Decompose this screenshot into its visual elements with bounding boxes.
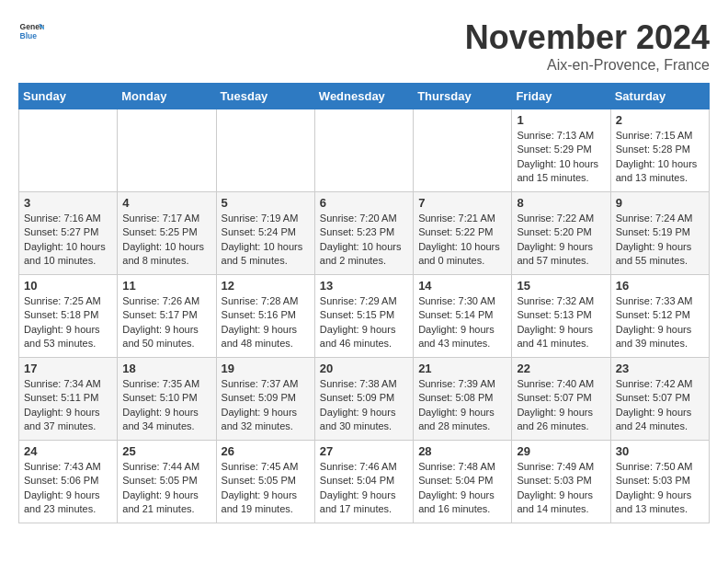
day-number: 7 (418, 196, 506, 210)
day-number: 8 (517, 196, 605, 210)
day-info: Sunrise: 7:26 AM Sunset: 5:17 PM Dayligh… (122, 294, 210, 351)
day-info: Sunrise: 7:43 AM Sunset: 5:06 PM Dayligh… (24, 460, 112, 517)
header-day-monday: Monday (118, 84, 216, 109)
day-cell (118, 109, 216, 192)
day-cell: 26Sunrise: 7:45 AM Sunset: 5:05 PM Dayli… (216, 441, 314, 523)
page-header: General Blue November 2024 Aix-en-Proven… (18, 18, 710, 74)
location-subtitle: Aix-en-Provence, France (465, 57, 710, 74)
logo-icon: General Blue (18, 18, 44, 44)
day-cell: 20Sunrise: 7:38 AM Sunset: 5:09 PM Dayli… (314, 358, 413, 441)
day-info: Sunrise: 7:45 AM Sunset: 5:05 PM Dayligh… (222, 460, 310, 517)
day-number: 22 (517, 362, 605, 375)
day-info: Sunrise: 7:34 AM Sunset: 5:11 PM Dayligh… (24, 377, 112, 434)
day-info: Sunrise: 7:25 AM Sunset: 5:18 PM Dayligh… (24, 294, 112, 351)
day-info: Sunrise: 7:15 AM Sunset: 5:28 PM Dayligh… (616, 129, 704, 186)
day-cell: 10Sunrise: 7:25 AM Sunset: 5:18 PM Dayli… (19, 275, 118, 358)
header-day-friday: Friday (512, 84, 610, 109)
day-info: Sunrise: 7:35 AM Sunset: 5:10 PM Dayligh… (122, 377, 210, 434)
day-info: Sunrise: 7:17 AM Sunset: 5:25 PM Dayligh… (122, 212, 210, 269)
day-cell: 24Sunrise: 7:43 AM Sunset: 5:06 PM Dayli… (19, 441, 118, 523)
day-cell: 4Sunrise: 7:17 AM Sunset: 5:25 PM Daylig… (118, 192, 216, 275)
day-number: 1 (517, 113, 605, 127)
day-info: Sunrise: 7:48 AM Sunset: 5:04 PM Dayligh… (418, 460, 506, 517)
header-day-saturday: Saturday (610, 84, 709, 109)
day-number: 13 (320, 279, 408, 293)
calendar-table: SundayMondayTuesdayWednesdayThursdayFrid… (18, 83, 710, 523)
day-cell: 13Sunrise: 7:29 AM Sunset: 5:15 PM Dayli… (314, 275, 413, 358)
day-number: 3 (24, 196, 112, 210)
day-info: Sunrise: 7:33 AM Sunset: 5:12 PM Dayligh… (616, 294, 704, 351)
day-cell: 1Sunrise: 7:13 AM Sunset: 5:29 PM Daylig… (512, 109, 610, 192)
day-number: 24 (24, 444, 112, 458)
day-number: 14 (418, 279, 506, 293)
day-number: 15 (517, 279, 605, 293)
day-cell: 9Sunrise: 7:24 AM Sunset: 5:19 PM Daylig… (610, 192, 709, 275)
day-number: 6 (320, 196, 408, 210)
day-number: 5 (222, 196, 310, 210)
week-row-1: 1Sunrise: 7:13 AM Sunset: 5:29 PM Daylig… (19, 109, 710, 192)
week-row-4: 17Sunrise: 7:34 AM Sunset: 5:11 PM Dayli… (19, 358, 710, 441)
day-info: Sunrise: 7:19 AM Sunset: 5:24 PM Dayligh… (222, 212, 310, 269)
day-cell (414, 109, 512, 192)
day-info: Sunrise: 7:28 AM Sunset: 5:16 PM Dayligh… (222, 294, 310, 351)
day-info: Sunrise: 7:39 AM Sunset: 5:08 PM Dayligh… (418, 377, 506, 434)
day-cell: 25Sunrise: 7:44 AM Sunset: 5:05 PM Dayli… (118, 441, 216, 523)
day-number: 2 (616, 113, 704, 127)
day-cell (19, 109, 118, 192)
title-section: November 2024 Aix-en-Provence, France (465, 18, 710, 74)
day-number: 9 (616, 196, 704, 210)
day-cell: 14Sunrise: 7:30 AM Sunset: 5:14 PM Dayli… (414, 275, 512, 358)
day-cell: 18Sunrise: 7:35 AM Sunset: 5:10 PM Dayli… (118, 358, 216, 441)
day-number: 21 (418, 362, 506, 375)
day-info: Sunrise: 7:22 AM Sunset: 5:20 PM Dayligh… (517, 212, 605, 269)
day-number: 19 (222, 362, 310, 375)
week-row-2: 3Sunrise: 7:16 AM Sunset: 5:27 PM Daylig… (19, 192, 710, 275)
day-cell: 11Sunrise: 7:26 AM Sunset: 5:17 PM Dayli… (118, 275, 216, 358)
day-cell: 29Sunrise: 7:49 AM Sunset: 5:03 PM Dayli… (512, 441, 610, 523)
day-info: Sunrise: 7:50 AM Sunset: 5:03 PM Dayligh… (616, 460, 704, 517)
day-info: Sunrise: 7:42 AM Sunset: 5:07 PM Dayligh… (616, 377, 704, 434)
calendar-body: 1Sunrise: 7:13 AM Sunset: 5:29 PM Daylig… (19, 109, 710, 523)
day-cell: 5Sunrise: 7:19 AM Sunset: 5:24 PM Daylig… (216, 192, 314, 275)
day-info: Sunrise: 7:29 AM Sunset: 5:15 PM Dayligh… (320, 294, 408, 351)
day-number: 16 (616, 279, 704, 293)
day-cell: 19Sunrise: 7:37 AM Sunset: 5:09 PM Dayli… (216, 358, 314, 441)
header-day-thursday: Thursday (414, 84, 512, 109)
day-cell: 23Sunrise: 7:42 AM Sunset: 5:07 PM Dayli… (610, 358, 709, 441)
header-row: SundayMondayTuesdayWednesdayThursdayFrid… (19, 84, 710, 109)
day-number: 11 (122, 279, 210, 293)
header-day-tuesday: Tuesday (216, 84, 314, 109)
day-number: 25 (122, 444, 210, 458)
day-cell (216, 109, 314, 192)
day-info: Sunrise: 7:44 AM Sunset: 5:05 PM Dayligh… (122, 460, 210, 517)
day-number: 30 (616, 444, 704, 458)
day-cell: 22Sunrise: 7:40 AM Sunset: 5:07 PM Dayli… (512, 358, 610, 441)
header-day-wednesday: Wednesday (314, 84, 413, 109)
day-number: 17 (24, 362, 112, 375)
day-cell: 8Sunrise: 7:22 AM Sunset: 5:20 PM Daylig… (512, 192, 610, 275)
day-cell: 15Sunrise: 7:32 AM Sunset: 5:13 PM Dayli… (512, 275, 610, 358)
day-number: 26 (222, 444, 310, 458)
logo: General Blue (18, 18, 44, 44)
day-number: 29 (517, 444, 605, 458)
week-row-3: 10Sunrise: 7:25 AM Sunset: 5:18 PM Dayli… (19, 275, 710, 358)
calendar-header: SundayMondayTuesdayWednesdayThursdayFrid… (19, 84, 710, 109)
day-info: Sunrise: 7:38 AM Sunset: 5:09 PM Dayligh… (320, 377, 408, 434)
day-number: 4 (122, 196, 210, 210)
header-day-sunday: Sunday (19, 84, 118, 109)
day-number: 12 (222, 279, 310, 293)
day-cell (314, 109, 413, 192)
day-info: Sunrise: 7:37 AM Sunset: 5:09 PM Dayligh… (222, 377, 310, 434)
month-year-title: November 2024 (465, 18, 710, 57)
day-info: Sunrise: 7:16 AM Sunset: 5:27 PM Dayligh… (24, 212, 112, 269)
week-row-5: 24Sunrise: 7:43 AM Sunset: 5:06 PM Dayli… (19, 441, 710, 523)
day-info: Sunrise: 7:24 AM Sunset: 5:19 PM Dayligh… (616, 212, 704, 269)
day-cell: 2Sunrise: 7:15 AM Sunset: 5:28 PM Daylig… (610, 109, 709, 192)
day-info: Sunrise: 7:49 AM Sunset: 5:03 PM Dayligh… (517, 460, 605, 517)
day-info: Sunrise: 7:46 AM Sunset: 5:04 PM Dayligh… (320, 460, 408, 517)
day-number: 23 (616, 362, 704, 375)
day-cell: 3Sunrise: 7:16 AM Sunset: 5:27 PM Daylig… (19, 192, 118, 275)
day-number: 28 (418, 444, 506, 458)
day-number: 20 (320, 362, 408, 375)
day-cell: 12Sunrise: 7:28 AM Sunset: 5:16 PM Dayli… (216, 275, 314, 358)
